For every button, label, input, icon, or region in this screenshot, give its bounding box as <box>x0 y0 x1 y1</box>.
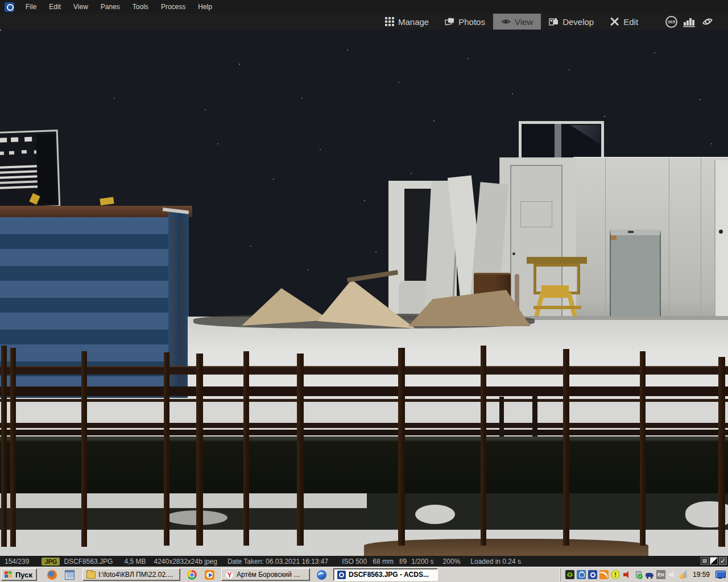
panel-dashes <box>0 138 7 142</box>
fence-rail <box>0 386 728 396</box>
status-focal-length: 68 mm <box>373 558 394 566</box>
tab-manage[interactable]: Manage <box>377 14 437 30</box>
fence-post <box>297 354 304 546</box>
folder-icon <box>86 571 96 579</box>
car-utility-tray-icon[interactable] <box>645 570 654 579</box>
orange-swoosh-tray-icon[interactable] <box>599 570 609 579</box>
snow-under-pipe <box>0 493 367 508</box>
status-format-badge: JPG <box>42 558 60 566</box>
nvidia-tray-icon[interactable] <box>565 570 574 579</box>
fence-post <box>1 346 7 547</box>
hanging-bar <box>499 397 504 436</box>
fence-post <box>164 352 169 546</box>
mode-tabs: Manage Photos View <box>377 14 646 30</box>
taskbar: Пуск I:\foto4\КВЛ ПМ\22.02.... Y Артём Б… <box>0 567 728 582</box>
eye-icon <box>501 17 511 26</box>
status-aperture: f/9 <box>399 558 407 566</box>
fence-post <box>563 349 569 546</box>
fence-post <box>196 354 203 546</box>
sync-eye-icon[interactable] <box>701 16 714 27</box>
hanging-bar <box>532 393 537 436</box>
menu-file[interactable]: File <box>19 0 43 14</box>
windows-logo-icon <box>5 571 14 579</box>
tab-develop-label: Develop <box>562 17 594 27</box>
menu-edit[interactable]: Edit <box>43 0 67 14</box>
tab-edit-label: Edit <box>623 17 638 27</box>
sawhorse-rung <box>533 306 581 309</box>
taskbar-button-acdsee[interactable]: DSCF8563.JPG - ACDS... <box>333 568 438 581</box>
network-signal-icon[interactable] <box>679 570 688 579</box>
show-desktop-icon[interactable] <box>715 571 726 579</box>
chrome-icon[interactable] <box>187 570 197 580</box>
blue-utility-tray-icon[interactable] <box>577 570 586 579</box>
status-shutter: 1/200 s <box>411 558 433 566</box>
menu-view[interactable]: View <box>67 0 94 14</box>
photo-canvas[interactable] <box>0 30 728 556</box>
menu-tools[interactable]: Tools <box>126 0 155 14</box>
taskbar-button-yandex[interactable]: Y Артём Боровский — Ян... <box>221 568 310 581</box>
blue-sphere-browser-icon[interactable] <box>317 570 326 580</box>
fence-post <box>81 351 87 547</box>
language-indicator[interactable]: En <box>656 570 665 579</box>
acdsee-365-icon[interactable]: 365 <box>665 16 677 28</box>
fence-post <box>481 346 486 546</box>
door-knob <box>512 252 515 255</box>
acdsee-tray-icon[interactable] <box>588 570 597 579</box>
status-dimensions: 4240x2832x24b jpeg <box>154 558 217 566</box>
tab-develop[interactable]: Develop <box>541 14 602 30</box>
status-date-taken: Date Taken: 06.03.2021 16:13:47 <box>228 558 328 566</box>
acdsee-app-icon[interactable] <box>5 2 14 12</box>
taskbar-button-label: Артём Боровский — Ян... <box>237 571 306 579</box>
edit-tools-icon <box>610 17 619 26</box>
dirt-patch <box>364 539 648 556</box>
taskbar-clock[interactable]: 19:59 <box>690 571 713 579</box>
yellow-crane-detail <box>100 197 114 205</box>
volume-tray-icon[interactable] <box>668 570 677 579</box>
dark-panel-structure <box>0 130 60 209</box>
grid-icon <box>385 17 394 26</box>
status-zoom-level: 200% <box>443 558 461 566</box>
calculator-icon[interactable] <box>65 570 75 580</box>
menu-help[interactable]: Help <box>192 0 218 14</box>
tab-view-label: View <box>515 17 533 27</box>
fence-post <box>243 351 249 546</box>
sawhorse-top <box>527 257 587 264</box>
filmstrip-toggle-icon[interactable] <box>701 557 709 565</box>
status-load-time: Loaded in 0.24 s <box>470 558 521 566</box>
panel-grille <box>0 165 38 169</box>
tab-view[interactable]: View <box>493 14 541 30</box>
tab-edit[interactable]: Edit <box>602 14 646 30</box>
menu-panes[interactable]: Panes <box>94 0 126 14</box>
alert-tray-icon[interactable] <box>611 570 620 579</box>
dashboard-chart-icon[interactable] <box>683 16 696 27</box>
fence-rail <box>0 366 728 375</box>
panel-shadow <box>36 134 57 205</box>
window-reflection <box>555 124 561 158</box>
taskbar-button-label: I:\foto4\КВЛ ПМ\22.02.... <box>98 571 173 579</box>
yandex-icon: Y <box>225 571 234 579</box>
fence-post <box>10 348 16 547</box>
fence-rail <box>0 423 728 428</box>
firefox-icon[interactable] <box>47 570 57 580</box>
autosize-check-icon[interactable] <box>719 557 727 565</box>
panel-dashes <box>0 151 4 155</box>
tab-photos[interactable]: Photos <box>437 14 493 30</box>
tab-photos-label: Photos <box>458 17 485 27</box>
develop-icon <box>549 17 559 26</box>
media-player-icon[interactable] <box>205 570 214 580</box>
taskbar-button-folder[interactable]: I:\foto4\КВЛ ПМ\22.02.... <box>82 568 180 581</box>
start-label: Пуск <box>15 571 32 579</box>
fence-rail <box>0 430 728 435</box>
window-frame <box>519 121 604 161</box>
volume-red-tray-icon[interactable] <box>622 570 631 579</box>
fence-post <box>640 351 646 546</box>
cabinet-rust-mark <box>611 235 617 240</box>
contrast-toggle-icon[interactable] <box>710 557 718 565</box>
menu-process[interactable]: Process <box>155 0 192 14</box>
wall-seams <box>605 158 606 323</box>
status-iso: ISO 500 <box>342 558 367 566</box>
pipeline <box>0 436 728 493</box>
usb-safely-remove-icon[interactable] <box>634 570 643 579</box>
cabinet-handle <box>628 231 634 233</box>
start-button[interactable]: Пуск <box>1 568 37 581</box>
